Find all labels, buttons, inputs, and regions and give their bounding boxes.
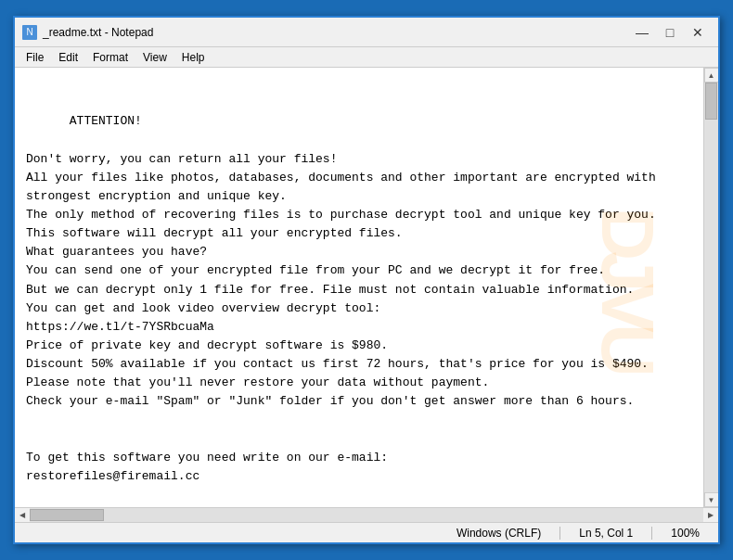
- scroll-thumb[interactable]: [705, 83, 717, 120]
- scroll-left-button[interactable]: ◀: [15, 508, 30, 523]
- cursor-position-label: Ln 5, Col 1: [568, 527, 644, 540]
- encoding-label: Windows (CRLF): [445, 527, 552, 540]
- menu-format[interactable]: Format: [85, 49, 135, 66]
- document-text: ATTENTION! Don't worry, you can return a…: [26, 114, 656, 507]
- menu-bar: File Edit Format View Help: [15, 47, 718, 68]
- close-button[interactable]: ✕: [685, 22, 711, 43]
- app-icon-letter: N: [26, 27, 32, 37]
- vertical-scrollbar[interactable]: ▲ ▼: [703, 68, 718, 507]
- menu-edit[interactable]: Edit: [51, 49, 85, 66]
- scroll-down-button[interactable]: ▼: [704, 492, 719, 507]
- status-divider-1: [559, 527, 560, 540]
- hscroll-track[interactable]: [30, 508, 703, 522]
- zoom-label: 100%: [660, 527, 711, 540]
- horizontal-scrollbar[interactable]: ◀ ▶: [15, 507, 718, 522]
- scroll-right-button[interactable]: ▶: [703, 508, 718, 523]
- maximize-button[interactable]: □: [657, 22, 683, 43]
- window-title: _readme.txt - Notepad: [43, 26, 629, 39]
- minimize-button[interactable]: —: [629, 22, 655, 43]
- title-bar: N _readme.txt - Notepad — □ ✕: [15, 18, 718, 47]
- menu-view[interactable]: View: [135, 49, 174, 66]
- status-bar: Windows (CRLF) Ln 5, Col 1 100%: [15, 522, 718, 542]
- content-area: DJVU ATTENTION! Don't worry, you can ret…: [15, 68, 718, 507]
- menu-file[interactable]: File: [19, 49, 51, 66]
- status-divider-2: [651, 527, 652, 540]
- hscroll-thumb[interactable]: [30, 509, 104, 521]
- menu-help[interactable]: Help: [174, 49, 212, 66]
- app-icon: N: [22, 25, 37, 40]
- notepad-window: N _readme.txt - Notepad — □ ✕ File Edit …: [13, 16, 720, 544]
- text-editor[interactable]: DJVU ATTENTION! Don't worry, you can ret…: [15, 68, 703, 507]
- window-controls: — □ ✕: [629, 22, 711, 43]
- scroll-up-button[interactable]: ▲: [704, 68, 719, 83]
- scroll-track[interactable]: [704, 83, 718, 492]
